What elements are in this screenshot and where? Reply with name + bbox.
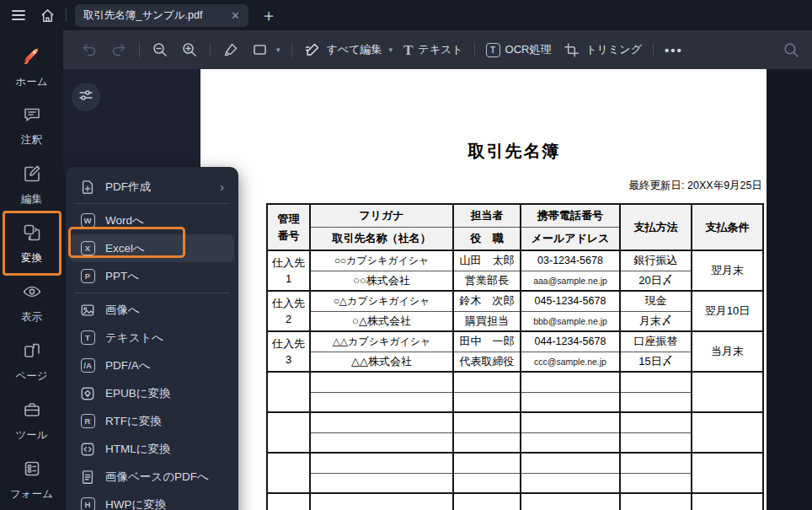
edit-pen-icon — [303, 40, 322, 59]
header-email: メールアドレス — [521, 227, 620, 250]
close-tab-icon[interactable]: ✕ — [231, 9, 240, 22]
sidebar-item-tools[interactable]: ツール — [0, 391, 63, 450]
panel-settings-button[interactable] — [72, 83, 100, 111]
sidebar-nav: ホーム注釈編集変換表示ページツールフォーム — [0, 30, 63, 510]
header-id: 管理 番号 — [267, 204, 310, 250]
toolbar: ▾ すべて編集 ▾ T テキスト T OCR処理 トリミング ••• — [63, 30, 812, 69]
header-role: 役 職 — [453, 227, 521, 250]
partner-directory-table: 管理 番号 フリガナ 担当者 携帯電話番号 支払方法 支払条件 取引先名称（社名… — [266, 203, 764, 510]
divider — [653, 42, 654, 57]
menu-item-label: HTMLに変換 — [105, 442, 171, 457]
tab-bar: 取引先名簿_サンプル.pdf ✕ ＋ — [0, 0, 812, 30]
header-company: 取引先名称（社名） — [310, 227, 453, 250]
zoom-in-button[interactable] — [180, 40, 199, 59]
menu-item-label: PDF/Aへ — [105, 358, 151, 373]
undo-button[interactable] — [80, 40, 99, 59]
zoom-out-button[interactable] — [151, 40, 169, 59]
highlighter-icon — [222, 40, 240, 59]
document-tab[interactable]: 取引先名簿_サンプル.pdf ✕ — [75, 4, 248, 27]
shape-tool-button[interactable]: ▾ — [251, 40, 280, 59]
table-cell: △△カブシキガイシャ — [310, 331, 453, 352]
table-cell — [453, 432, 521, 453]
table-cell — [521, 392, 620, 412]
sidebar-item-form[interactable]: フォーム — [0, 450, 63, 509]
table-cell — [453, 392, 521, 412]
sidebar-item-view[interactable]: 表示 — [0, 273, 63, 332]
sidebar-item-edit[interactable]: 編集 — [0, 155, 63, 214]
table-cell: 03-1234-5678 — [521, 250, 620, 271]
pdf-page: 取引先名簿 最終更新日: 20XX年9月25日 管理 番号 フリガナ 担当者 携… — [200, 69, 767, 510]
hamburger-menu-icon[interactable] — [8, 5, 29, 25]
table-cell — [453, 412, 521, 432]
home-icon[interactable] — [37, 5, 57, 25]
more-icon: ••• — [665, 43, 683, 57]
table-row — [267, 392, 763, 412]
sidebar-item-label: 注釈 — [21, 133, 42, 148]
table-row: ○△株式会社購買担当bbb@sample.ne.jp月末〆 — [267, 311, 763, 331]
zoom-out-icon — [151, 40, 169, 59]
divider — [66, 8, 67, 22]
header-phone: 携帯電話番号 — [521, 204, 620, 227]
table-cell — [620, 453, 692, 473]
menu-item-[interactable]: 画像へ — [70, 296, 234, 324]
trim-button[interactable]: トリミング — [562, 40, 642, 59]
table-cell — [310, 412, 453, 432]
highlighter-button[interactable] — [222, 40, 240, 59]
sidebar-item-convert[interactable]: 変換 — [0, 214, 63, 273]
menu-item-label: テキストへ — [105, 330, 163, 346]
sidebar-item-annotate[interactable]: 注釈 — [0, 96, 63, 155]
redo-button[interactable] — [110, 40, 128, 59]
divider — [291, 42, 292, 57]
table-cell: 口座振替 — [620, 331, 692, 352]
table-row: △△株式会社代表取締役ccc@sample.ne.jp15日〆 — [267, 352, 763, 372]
table-row: 仕入先 3△△カブシキガイシャ田中 一郎044-1234-5678口座振替当月末 — [267, 331, 763, 352]
table-cell: 翌月10日 — [692, 291, 763, 331]
more-button[interactable]: ••• — [665, 43, 683, 57]
menu-item-word[interactable]: WWordへ — [70, 207, 234, 234]
table-cell — [310, 473, 453, 493]
table-cell: ○○カブシキガイシャ — [310, 250, 453, 271]
table-cell — [620, 432, 692, 453]
menu-item-hwp[interactable]: HHWPに変換 — [70, 491, 234, 510]
menu-item-label: PDF作成 — [105, 180, 151, 195]
table-cell — [310, 453, 453, 473]
menu-item-[interactable]: Tテキストへ — [70, 324, 234, 352]
search-button[interactable] — [782, 40, 800, 59]
table-cell: 20日〆 — [620, 271, 692, 291]
ocr-button[interactable]: T OCR処理 — [486, 42, 552, 57]
new-tab-icon[interactable]: ＋ — [260, 4, 277, 27]
menu-item-pdf[interactable]: PDF作成› — [70, 173, 234, 201]
menu-item-label: RTFに変換 — [105, 414, 162, 429]
table-cell: 営業部長 — [453, 271, 521, 291]
ocr-label: OCR処理 — [505, 42, 552, 57]
menu-item-epub[interactable]: EPUBに変換 — [70, 379, 234, 407]
menu-item-pdfa[interactable]: /APDF/Aへ — [70, 352, 234, 379]
sidebar-item-home[interactable]: ホーム — [0, 37, 63, 96]
table-cell — [521, 372, 620, 392]
menu-item-ppt[interactable]: PPPTへ — [70, 262, 234, 290]
menu-item-pdf[interactable]: 画像ベースのPDFへ — [70, 463, 234, 491]
html-icon — [80, 442, 95, 457]
table-cell — [620, 392, 692, 412]
table-cell — [521, 493, 620, 510]
table-cell — [692, 372, 763, 412]
sidebar-item-label: ホーム — [15, 75, 47, 89]
last-updated-date: 最終更新日: 20XX年9月25日 — [629, 179, 762, 193]
menu-item-label: Wordへ — [105, 213, 144, 228]
toolbox-icon — [22, 400, 42, 423]
sidebar-item-page[interactable]: ページ — [0, 332, 63, 391]
menu-item-excel[interactable]: XExcelへ — [70, 234, 234, 262]
chevron-down-icon: ▾ — [388, 46, 393, 54]
text-tool-button[interactable]: T テキスト — [403, 42, 463, 57]
menu-item-html[interactable]: HTMLに変換 — [70, 435, 234, 463]
edit-icon — [22, 164, 42, 187]
edit-all-button[interactable]: すべて編集 ▾ — [303, 40, 393, 59]
image-pdf-icon — [80, 470, 95, 485]
table-cell — [521, 412, 620, 432]
view-eye-icon — [22, 282, 42, 305]
comment-icon — [22, 105, 42, 128]
table-cell: aaa@sample.ne.jp — [521, 271, 620, 291]
menu-item-rtf[interactable]: RRTFに変換 — [70, 407, 234, 435]
table-cell: 仕入先 3 — [267, 331, 310, 372]
sliders-icon — [78, 88, 93, 106]
